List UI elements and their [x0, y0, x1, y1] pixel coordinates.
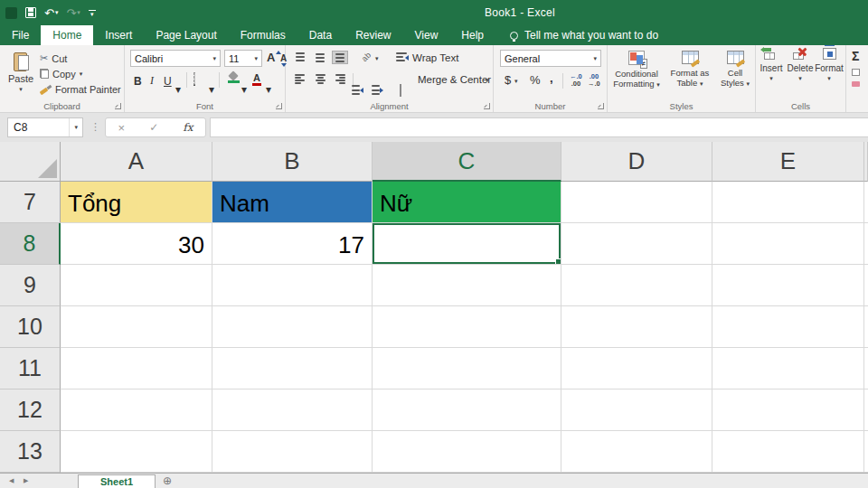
column-header-b[interactable]: B [212, 142, 373, 182]
autosum-icon[interactable]: Σ [852, 49, 859, 63]
tab-help[interactable]: Help [449, 25, 495, 45]
align-left-button[interactable] [293, 73, 307, 85]
top-align-button[interactable] [293, 52, 307, 63]
cell-A12[interactable] [61, 389, 212, 431]
number-format-combo[interactable]: General▾ [500, 50, 601, 67]
select-all-corner[interactable] [0, 142, 61, 182]
cell-A11[interactable] [61, 348, 212, 389]
insert-cells-button[interactable]: Insert ▾ [758, 48, 785, 82]
cell-E9[interactable] [712, 265, 864, 306]
copy-button[interactable]: Copy ▾ [40, 66, 121, 81]
redo-button[interactable]: ↷▾ [66, 7, 80, 19]
borders-button[interactable] [193, 72, 195, 86]
orientation-dropdown-arrow[interactable]: ▾ [375, 55, 379, 62]
clipboard-dialog-launcher[interactable] [115, 103, 121, 109]
tab-file[interactable]: File [0, 25, 41, 45]
copy-dropdown-arrow[interactable]: ▾ [80, 70, 83, 78]
cell-D12[interactable] [561, 389, 712, 431]
cell-D7[interactable] [561, 182, 712, 223]
cell-E8[interactable] [712, 223, 864, 265]
row-header-9[interactable]: 9 [0, 265, 61, 306]
cell-B11[interactable] [212, 348, 373, 389]
currency-button[interactable]: $ [505, 73, 511, 87]
tab-formulas[interactable]: Formulas [229, 25, 297, 45]
row-header-12[interactable]: 12 [0, 389, 61, 431]
decrease-decimal-button[interactable]: .00→.0 [588, 73, 600, 88]
fill-color-dropdown-arrow[interactable]: ▾ [241, 78, 247, 93]
cell-B8[interactable]: 17 [212, 223, 373, 265]
tab-review[interactable]: Review [344, 25, 402, 45]
cell-B13[interactable] [212, 431, 373, 473]
insert-function-icon[interactable]: fx [183, 121, 193, 134]
tab-insert[interactable]: Insert [93, 25, 144, 45]
cell-D8[interactable] [561, 223, 712, 265]
italic-button[interactable]: I [150, 72, 154, 88]
cell-C12[interactable] [373, 389, 561, 431]
cell-E7[interactable] [712, 182, 864, 223]
font-color-dropdown-arrow[interactable]: ▾ [266, 78, 271, 93]
row-header-7[interactable]: 7 [0, 182, 61, 223]
cell-D10[interactable] [561, 306, 712, 348]
cell-A10[interactable] [61, 306, 212, 348]
name-box[interactable]: C8 ▾ [7, 117, 83, 137]
row-header-10[interactable]: 10 [0, 306, 61, 348]
cell-C9[interactable] [373, 265, 561, 306]
percent-button[interactable]: % [530, 73, 541, 87]
column-header-c[interactable]: C [373, 142, 561, 182]
format-as-table-button[interactable]: Format asTable ▾ [665, 47, 714, 99]
comma-style-button[interactable]: , [550, 71, 553, 85]
underline-dropdown-arrow[interactable]: ▾ [175, 78, 181, 93]
font-dialog-launcher[interactable] [276, 103, 282, 109]
alignment-dialog-launcher[interactable] [484, 103, 490, 109]
bold-button[interactable]: B [134, 72, 142, 88]
font-color-button[interactable]: A [252, 73, 261, 86]
row-header-8[interactable]: 8 [0, 223, 61, 265]
save-button[interactable] [25, 7, 36, 18]
sheet-nav-prev-icon[interactable]: ◀ [9, 477, 14, 484]
row-header-11[interactable]: 11 [0, 348, 61, 389]
formula-bar-input[interactable] [210, 117, 868, 137]
fill-down-icon[interactable] [852, 69, 860, 76]
name-box-dropdown-arrow[interactable]: ▾ [69, 118, 82, 136]
cell-B9[interactable] [212, 265, 373, 306]
tab-data[interactable]: Data [297, 25, 344, 45]
paste-button[interactable]: Paste ▾ [4, 49, 38, 98]
format-cells-button[interactable]: Format ▾ [816, 48, 843, 82]
tell-me-box[interactable]: Tell me what you want to do [510, 25, 658, 45]
middle-align-button[interactable] [313, 52, 327, 63]
excel-app-icon[interactable] [5, 7, 17, 19]
conditional-formatting-button[interactable]: ≠ ConditionalFormatting ▾ [609, 47, 664, 99]
undo-button[interactable]: ↶▾ [44, 7, 58, 19]
cell-C13[interactable] [373, 431, 561, 473]
cut-button[interactable]: ✂ Cut [40, 51, 121, 66]
align-right-button[interactable] [333, 73, 347, 85]
cell-styles-button[interactable]: CellStyles ▾ [716, 47, 754, 99]
sheet-nav-next-icon[interactable]: ▶ [24, 477, 28, 484]
merge-center-button[interactable]: Merge & Center [418, 74, 491, 85]
cell-D9[interactable] [561, 265, 712, 306]
cell-A8[interactable]: 30 [61, 223, 212, 265]
cancel-icon[interactable]: × [118, 121, 126, 135]
borders-dropdown-arrow[interactable]: ▾ [209, 78, 214, 93]
orientation-button[interactable]: ab [360, 51, 373, 63]
enter-icon[interactable]: ✓ [149, 121, 158, 134]
row-header-13[interactable]: 13 [0, 431, 61, 473]
merge-center-dropdown-arrow[interactable]: ▾ [486, 77, 489, 84]
tab-view[interactable]: View [403, 25, 450, 45]
increase-font-size-button[interactable]: A [267, 51, 281, 64]
cell-D11[interactable] [561, 348, 712, 389]
cell-A9[interactable] [61, 265, 212, 306]
cell-C10[interactable] [373, 306, 561, 348]
cell-A13[interactable] [61, 431, 212, 473]
increase-decimal-button[interactable]: ←.0.00 [570, 73, 582, 88]
tab-page-layout[interactable]: Page Layout [144, 25, 228, 45]
font-size-combo[interactable]: 11▾ [224, 50, 262, 67]
paste-dropdown-arrow[interactable]: ▾ [19, 86, 23, 93]
font-name-combo[interactable]: Calibri▾ [130, 50, 221, 67]
new-sheet-icon[interactable]: ⊕ [163, 474, 172, 487]
tab-home[interactable]: Home [41, 25, 93, 45]
delete-cells-button[interactable]: Delete ▾ [787, 48, 814, 82]
underline-button[interactable]: U [164, 72, 172, 88]
clear-icon[interactable] [852, 81, 860, 87]
cell-A7[interactable]: Tổng [61, 182, 212, 223]
